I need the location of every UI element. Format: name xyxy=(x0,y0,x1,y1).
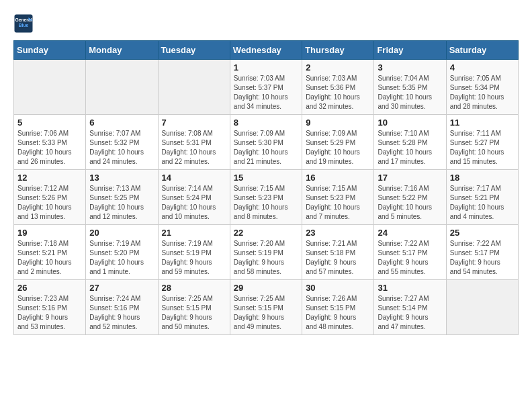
day-info: Sunrise: 7:07 AM Sunset: 5:32 PM Dayligh… xyxy=(89,129,154,167)
calendar-cell: 16Sunrise: 7:15 AM Sunset: 5:23 PM Dayli… xyxy=(302,170,374,225)
day-info: Sunrise: 7:14 AM Sunset: 5:24 PM Dayligh… xyxy=(162,184,226,222)
day-number: 26 xyxy=(17,283,82,293)
day-number: 23 xyxy=(306,228,370,238)
weekday-header-sunday: Sunday xyxy=(14,41,86,60)
calendar-cell: 2Sunrise: 7:03 AM Sunset: 5:36 PM Daylig… xyxy=(302,60,374,115)
day-info: Sunrise: 7:16 AM Sunset: 5:22 PM Dayligh… xyxy=(378,184,442,222)
day-number: 14 xyxy=(162,173,226,183)
day-info: Sunrise: 7:10 AM Sunset: 5:28 PM Dayligh… xyxy=(378,129,442,167)
day-number: 1 xyxy=(234,62,298,73)
calendar-week-5: 26Sunrise: 7:23 AM Sunset: 5:16 PM Dayli… xyxy=(14,280,519,335)
calendar-cell xyxy=(14,60,86,115)
day-number: 30 xyxy=(306,283,370,293)
calendar-cell: 1Sunrise: 7:03 AM Sunset: 5:37 PM Daylig… xyxy=(230,60,302,115)
day-number: 18 xyxy=(450,173,515,183)
day-info: Sunrise: 7:18 AM Sunset: 5:21 PM Dayligh… xyxy=(17,239,82,277)
day-number: 8 xyxy=(234,118,298,128)
day-info: Sunrise: 7:09 AM Sunset: 5:29 PM Dayligh… xyxy=(306,129,370,167)
calendar-cell: 10Sunrise: 7:10 AM Sunset: 5:28 PM Dayli… xyxy=(374,115,446,170)
calendar-cell: 19Sunrise: 7:18 AM Sunset: 5:21 PM Dayli… xyxy=(14,225,86,280)
calendar-cell xyxy=(446,280,518,335)
day-number: 4 xyxy=(450,62,515,73)
day-info: Sunrise: 7:04 AM Sunset: 5:35 PM Dayligh… xyxy=(378,74,442,111)
calendar-cell xyxy=(158,60,230,115)
calendar-cell: 13Sunrise: 7:13 AM Sunset: 5:25 PM Dayli… xyxy=(86,170,158,225)
day-info: Sunrise: 7:03 AM Sunset: 5:36 PM Dayligh… xyxy=(306,74,370,111)
day-info: Sunrise: 7:15 AM Sunset: 5:23 PM Dayligh… xyxy=(306,184,370,222)
day-info: Sunrise: 7:19 AM Sunset: 5:20 PM Dayligh… xyxy=(89,239,154,277)
calendar-cell: 18Sunrise: 7:17 AM Sunset: 5:21 PM Dayli… xyxy=(446,170,518,225)
calendar-cell: 29Sunrise: 7:25 AM Sunset: 5:15 PM Dayli… xyxy=(230,280,302,335)
day-info: Sunrise: 7:24 AM Sunset: 5:16 PM Dayligh… xyxy=(89,294,154,332)
day-number: 5 xyxy=(17,118,82,128)
day-number: 27 xyxy=(89,283,154,293)
logo: General Blue xyxy=(13,13,34,34)
calendar-cell: 21Sunrise: 7:19 AM Sunset: 5:19 PM Dayli… xyxy=(158,225,230,280)
day-info: Sunrise: 7:26 AM Sunset: 5:15 PM Dayligh… xyxy=(306,294,370,332)
day-info: Sunrise: 7:27 AM Sunset: 5:14 PM Dayligh… xyxy=(378,294,442,332)
day-number: 25 xyxy=(450,228,515,238)
day-info: Sunrise: 7:05 AM Sunset: 5:34 PM Dayligh… xyxy=(450,74,515,111)
day-info: Sunrise: 7:15 AM Sunset: 5:23 PM Dayligh… xyxy=(234,184,298,222)
day-number: 6 xyxy=(89,118,154,128)
calendar-cell: 27Sunrise: 7:24 AM Sunset: 5:16 PM Dayli… xyxy=(86,280,158,335)
calendar-cell: 5Sunrise: 7:06 AM Sunset: 5:33 PM Daylig… xyxy=(14,115,86,170)
calendar-cell: 7Sunrise: 7:08 AM Sunset: 5:31 PM Daylig… xyxy=(158,115,230,170)
day-number: 19 xyxy=(17,228,82,238)
calendar-cell: 6Sunrise: 7:07 AM Sunset: 5:32 PM Daylig… xyxy=(86,115,158,170)
weekday-header-friday: Friday xyxy=(374,41,446,60)
day-number: 11 xyxy=(450,118,515,128)
page-header: General Blue xyxy=(13,13,519,34)
calendar-cell: 8Sunrise: 7:09 AM Sunset: 5:30 PM Daylig… xyxy=(230,115,302,170)
weekday-header-thursday: Thursday xyxy=(302,41,374,60)
day-info: Sunrise: 7:19 AM Sunset: 5:19 PM Dayligh… xyxy=(162,239,226,277)
day-number: 12 xyxy=(17,173,82,183)
day-number: 22 xyxy=(234,228,298,238)
day-info: Sunrise: 7:22 AM Sunset: 5:17 PM Dayligh… xyxy=(378,239,442,277)
day-info: Sunrise: 7:12 AM Sunset: 5:26 PM Dayligh… xyxy=(17,184,82,222)
calendar-cell: 22Sunrise: 7:20 AM Sunset: 5:19 PM Dayli… xyxy=(230,225,302,280)
day-info: Sunrise: 7:06 AM Sunset: 5:33 PM Dayligh… xyxy=(17,129,82,167)
day-info: Sunrise: 7:13 AM Sunset: 5:25 PM Dayligh… xyxy=(89,184,154,222)
weekday-header-saturday: Saturday xyxy=(446,41,518,60)
day-number: 24 xyxy=(378,228,442,238)
day-info: Sunrise: 7:23 AM Sunset: 5:16 PM Dayligh… xyxy=(17,294,82,332)
day-number: 20 xyxy=(89,228,154,238)
weekday-header-row: SundayMondayTuesdayWednesdayThursdayFrid… xyxy=(14,41,519,60)
calendar-cell: 3Sunrise: 7:04 AM Sunset: 5:35 PM Daylig… xyxy=(374,60,446,115)
calendar-cell: 24Sunrise: 7:22 AM Sunset: 5:17 PM Dayli… xyxy=(374,225,446,280)
day-number: 29 xyxy=(234,283,298,293)
calendar-cell: 25Sunrise: 7:22 AM Sunset: 5:17 PM Dayli… xyxy=(446,225,518,280)
weekday-header-tuesday: Tuesday xyxy=(158,41,230,60)
calendar-cell: 20Sunrise: 7:19 AM Sunset: 5:20 PM Dayli… xyxy=(86,225,158,280)
weekday-header-monday: Monday xyxy=(86,41,158,60)
weekday-header-wednesday: Wednesday xyxy=(230,41,302,60)
day-number: 7 xyxy=(162,118,226,128)
calendar-cell: 17Sunrise: 7:16 AM Sunset: 5:22 PM Dayli… xyxy=(374,170,446,225)
day-number: 15 xyxy=(234,173,298,183)
calendar-cell: 31Sunrise: 7:27 AM Sunset: 5:14 PM Dayli… xyxy=(374,280,446,335)
calendar-cell: 23Sunrise: 7:21 AM Sunset: 5:18 PM Dayli… xyxy=(302,225,374,280)
calendar-cell: 15Sunrise: 7:15 AM Sunset: 5:23 PM Dayli… xyxy=(230,170,302,225)
day-number: 9 xyxy=(306,118,370,128)
svg-text:Blue: Blue xyxy=(19,23,29,28)
calendar-cell: 30Sunrise: 7:26 AM Sunset: 5:15 PM Dayli… xyxy=(302,280,374,335)
day-info: Sunrise: 7:25 AM Sunset: 5:15 PM Dayligh… xyxy=(162,294,226,332)
calendar-cell: 9Sunrise: 7:09 AM Sunset: 5:29 PM Daylig… xyxy=(302,115,374,170)
day-number: 28 xyxy=(162,283,226,293)
day-number: 17 xyxy=(378,173,442,183)
day-info: Sunrise: 7:21 AM Sunset: 5:18 PM Dayligh… xyxy=(306,239,370,277)
calendar-cell: 12Sunrise: 7:12 AM Sunset: 5:26 PM Dayli… xyxy=(14,170,86,225)
day-info: Sunrise: 7:11 AM Sunset: 5:27 PM Dayligh… xyxy=(450,129,515,167)
day-number: 2 xyxy=(306,62,370,73)
calendar-cell: 28Sunrise: 7:25 AM Sunset: 5:15 PM Dayli… xyxy=(158,280,230,335)
calendar-week-2: 5Sunrise: 7:06 AM Sunset: 5:33 PM Daylig… xyxy=(14,115,519,170)
day-info: Sunrise: 7:03 AM Sunset: 5:37 PM Dayligh… xyxy=(234,74,298,111)
day-number: 31 xyxy=(378,283,442,293)
day-number: 3 xyxy=(378,62,442,73)
calendar-week-1: 1Sunrise: 7:03 AM Sunset: 5:37 PM Daylig… xyxy=(14,60,519,115)
day-info: Sunrise: 7:09 AM Sunset: 5:30 PM Dayligh… xyxy=(234,129,298,167)
calendar-cell: 4Sunrise: 7:05 AM Sunset: 5:34 PM Daylig… xyxy=(446,60,518,115)
calendar-cell: 11Sunrise: 7:11 AM Sunset: 5:27 PM Dayli… xyxy=(446,115,518,170)
calendar-week-3: 12Sunrise: 7:12 AM Sunset: 5:26 PM Dayli… xyxy=(14,170,519,225)
